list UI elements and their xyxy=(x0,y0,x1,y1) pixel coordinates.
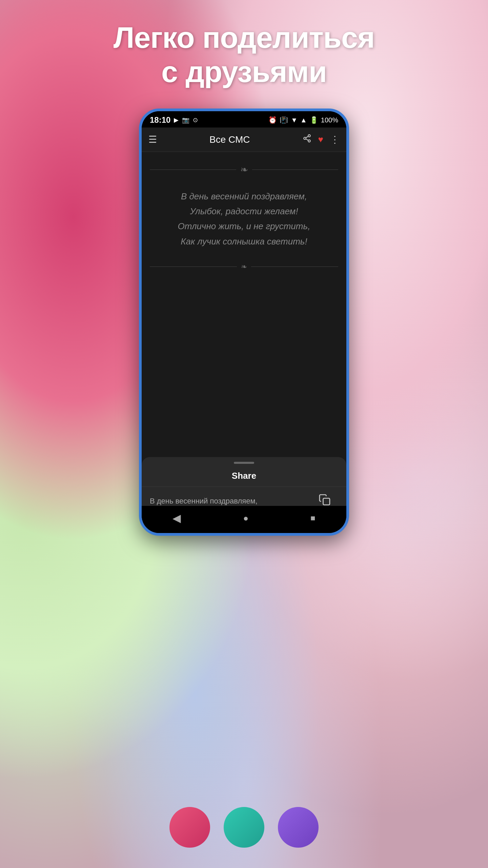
vibrate-icon: 📳 xyxy=(280,116,288,124)
poem-line4: Как лучик солнышка светить! xyxy=(178,234,310,249)
favorite-button[interactable]: ♥ xyxy=(318,134,323,145)
menu-button[interactable]: ☰ xyxy=(148,134,157,145)
app-bar: ☰ Все СМС ♥ ⋮ xyxy=(142,127,346,152)
svg-rect-5 xyxy=(323,498,330,505)
status-bar: 18:10 ▶ 📷 ⊙ ⏰ 📳 ▼ ▲ 🔋 100% xyxy=(142,111,346,127)
bottom-avatars xyxy=(169,807,319,848)
svg-point-2 xyxy=(308,140,310,142)
poem-line2: Улыбок, радости желаем! xyxy=(178,204,310,219)
app-bar-icons: ♥ ⋮ xyxy=(303,134,340,145)
phone-frame: 18:10 ▶ 📷 ⊙ ⏰ 📳 ▼ ▲ 🔋 100% ☰ Все СМС xyxy=(139,108,349,536)
poem-content: В день весенний поздравляем, Улыбок, рад… xyxy=(178,189,310,249)
camera-icon: 📷 xyxy=(182,116,189,124)
home-button[interactable]: ● xyxy=(243,513,248,524)
back-button[interactable]: ◀ xyxy=(172,512,181,525)
divider-top: ❧ xyxy=(150,164,338,175)
title-line2: с друзьями xyxy=(161,55,327,88)
divider-line-right2 xyxy=(251,267,338,267)
avatar-1 xyxy=(169,807,210,848)
bottom-nav: ◀ ● ■ xyxy=(142,506,346,533)
record-icon: ⊙ xyxy=(193,116,198,124)
status-time: 18:10 xyxy=(150,115,170,125)
share-sheet: Share В день весенний поздравляем, Улыбо… xyxy=(142,457,346,533)
play-icon: ▶ xyxy=(174,116,179,124)
battery-icon: 🔋 xyxy=(310,116,318,124)
avatar-3 xyxy=(278,807,319,848)
divider-line-left2 xyxy=(150,267,237,267)
battery-percent: 100% xyxy=(321,116,338,124)
divider-line-left xyxy=(150,170,236,170)
signal-icon: ▲ xyxy=(300,116,307,124)
status-right: ⏰ 📳 ▼ ▲ 🔋 100% xyxy=(268,116,338,124)
page-title: Легко поделиться с друзьями xyxy=(0,20,488,89)
sheet-handle xyxy=(234,462,254,464)
alarm-icon: ⏰ xyxy=(268,116,277,124)
ornament-bottom: ❧ xyxy=(241,262,247,271)
divider-bottom: ❧ xyxy=(150,262,338,271)
app-title: Все СМС xyxy=(157,134,303,145)
poem-line1: В день весенний поздравляем, xyxy=(178,189,310,204)
svg-point-1 xyxy=(304,137,306,140)
status-left: 18:10 ▶ 📷 ⊙ xyxy=(150,115,198,125)
svg-line-3 xyxy=(306,139,308,140)
recents-button[interactable]: ■ xyxy=(310,513,316,523)
share-title: Share xyxy=(142,467,346,487)
svg-line-4 xyxy=(306,136,308,138)
preview-line1: В день весенний поздравляем, xyxy=(150,497,258,505)
title-line1: Легко поделиться xyxy=(114,21,374,54)
more-options-button[interactable]: ⋮ xyxy=(330,134,340,145)
svg-point-0 xyxy=(308,135,310,137)
poem-line3: Отлично жить, и не грустить, xyxy=(178,219,310,234)
ornament-top: ❧ xyxy=(240,164,248,175)
wifi-icon: ▼ xyxy=(291,116,298,124)
divider-line-right xyxy=(252,170,339,170)
share-button[interactable] xyxy=(303,134,311,145)
page-title-container: Легко поделиться с друзьями xyxy=(0,20,488,89)
avatar-2 xyxy=(224,807,264,848)
phone-inner: 18:10 ▶ 📷 ⊙ ⏰ 📳 ▼ ▲ 🔋 100% ☰ Все СМС xyxy=(142,111,346,533)
